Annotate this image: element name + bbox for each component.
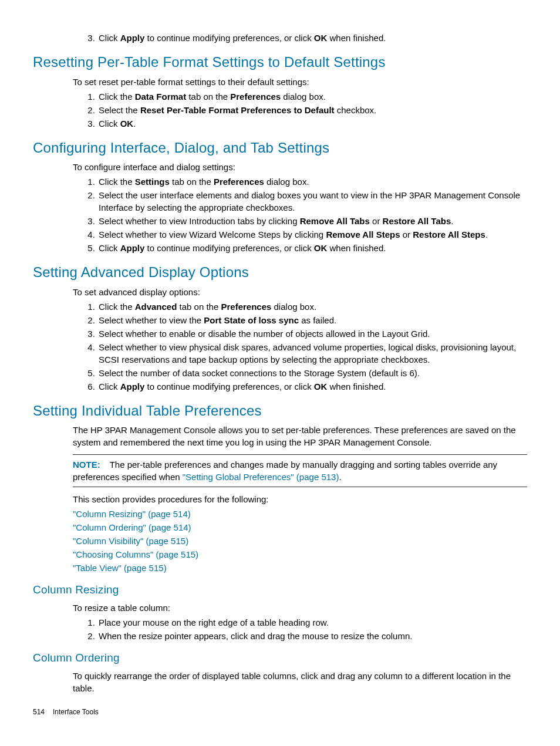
text: Click the	[99, 177, 135, 187]
page-number: 514	[33, 708, 45, 716]
bold: Remove All Tabs	[300, 216, 370, 226]
heading-advanced-display: Setting Advanced Display Options	[33, 262, 527, 282]
text: or	[370, 216, 383, 226]
text: Select whether to enable or disable the …	[99, 329, 430, 339]
text: Select whether to view physical disk spa…	[99, 342, 516, 364]
text: or	[400, 229, 413, 239]
list-item: Place your mouse on the right edge of a …	[97, 616, 527, 629]
text: Click	[99, 243, 120, 253]
bold: Preferences	[214, 177, 264, 187]
intro-text: To resize a table column:	[73, 602, 527, 614]
link-setting-global-prefs[interactable]: "Setting Global Preferences" (page 513)	[183, 472, 339, 482]
list-item: Select whether to enable or disable the …	[97, 328, 527, 340]
bold: Advanced	[135, 302, 177, 312]
bold: Preferences	[221, 302, 271, 312]
paragraph: This section provides procedures for the…	[73, 493, 527, 505]
bold: Preferences	[230, 92, 281, 102]
text: tab on the	[177, 302, 221, 312]
text: .	[485, 229, 488, 239]
section-body: To quickly rearrange the order of displa…	[73, 670, 527, 694]
text: to continue modifying preferences, or cl…	[144, 243, 313, 253]
text: dialog box.	[264, 177, 309, 187]
text: when finished.	[327, 33, 386, 43]
heading-individual-table-prefs: Setting Individual Table Preferences	[33, 401, 527, 421]
intro-text: To set advanced display options:	[73, 286, 527, 298]
section-body: To set advanced display options: Click t…	[73, 286, 527, 393]
page-footer: 514Interface Tools	[33, 707, 527, 717]
bold: Apply	[120, 33, 145, 43]
text: Click the	[99, 92, 135, 102]
link-column-resizing[interactable]: "Column Resizing" (page 514)	[73, 509, 191, 519]
link-table-view[interactable]: "Table View" (page 515)	[73, 563, 167, 573]
list-item: Select the number of data socket connect…	[97, 367, 527, 379]
text: Select the user interface elements and d…	[99, 190, 520, 212]
bold: Restore All Tabs	[383, 216, 451, 226]
text: Select whether to view Introduction tabs…	[99, 216, 300, 226]
list-item: Select whether to view Introduction tabs…	[97, 215, 527, 227]
paragraph: The HP 3PAR Management Console allows yo…	[73, 424, 527, 448]
bold: OK	[314, 243, 328, 253]
bold: Settings	[135, 177, 170, 187]
intro-text: To set reset per-table format settings t…	[73, 76, 527, 88]
section-body: To resize a table column: Place your mou…	[73, 602, 527, 642]
bold: Apply	[120, 382, 145, 391]
list-item: Click the Data Format tab on the Prefere…	[97, 90, 527, 103]
footer-title: Interface Tools	[53, 708, 99, 716]
list-item: When the resize pointer appears, click a…	[97, 630, 527, 642]
text: Select whether to view the	[99, 315, 204, 325]
list-item: Click the Advanced tab on the Preference…	[97, 301, 527, 313]
text: Click the	[99, 302, 135, 312]
list-item: Click Apply to continue modifying prefer…	[97, 380, 527, 393]
note-block: NOTE:The per-table preferences and chang…	[73, 454, 527, 487]
text: .	[133, 119, 136, 129]
heading-column-ordering: Column Ordering	[33, 650, 527, 666]
section-body: To set reset per-table format settings t…	[73, 76, 527, 130]
heading-configuring-interface: Configuring Interface, Dialog, and Tab S…	[33, 138, 527, 158]
text: Select the number of data socket connect…	[99, 368, 420, 378]
text: Select whether to view Wizard Welcome St…	[99, 229, 326, 239]
text: when finished.	[327, 382, 386, 391]
bold: Restore All Steps	[413, 229, 485, 239]
list-item: Click the Settings tab on the Preference…	[97, 175, 527, 188]
text: tab on the	[170, 177, 214, 187]
bold: Reset Per-Table Format Preferences to De…	[140, 105, 335, 115]
intro-text: To configure interface and dialog settin…	[73, 161, 527, 173]
list-item: Click Apply to continue modifying prefer…	[97, 32, 527, 44]
list-item: Select whether to view Wizard Welcome St…	[97, 228, 527, 241]
link-choosing-columns[interactable]: "Choosing Columns" (page 515)	[73, 549, 198, 559]
bold: Data Format	[135, 92, 187, 102]
bold: Port State of loss sync	[204, 315, 299, 325]
text: .	[451, 216, 453, 226]
note-label: NOTE:	[73, 460, 100, 470]
bold: OK	[314, 382, 328, 391]
list-item: Select the user interface elements and d…	[97, 189, 527, 214]
list-item: Click Apply to continue modifying prefer…	[97, 242, 527, 254]
list-item: Select whether to view the Port State of…	[97, 314, 527, 326]
paragraph: To quickly rearrange the order of displa…	[73, 670, 527, 694]
bold: OK	[314, 33, 328, 43]
bold: Apply	[120, 243, 145, 253]
list-item: Click OK.	[97, 117, 527, 130]
text: to continue modifying preferences, or cl…	[144, 33, 313, 43]
list-item: Select whether to view physical disk spa…	[97, 341, 527, 366]
text: dialog box.	[281, 92, 326, 102]
text: to continue modifying preferences, or cl…	[144, 382, 313, 391]
text: dialog box.	[271, 302, 316, 312]
link-column-ordering[interactable]: "Column Ordering" (page 514)	[73, 522, 191, 532]
text: Click	[99, 382, 120, 391]
text: as failed.	[299, 315, 336, 325]
text: checkbox.	[335, 105, 377, 115]
text: when finished.	[327, 243, 386, 253]
note-text: .	[339, 472, 341, 482]
heading-column-resizing: Column Resizing	[33, 582, 527, 598]
text: tab on the	[186, 92, 230, 102]
bold: OK	[120, 119, 134, 129]
text: Select the	[99, 105, 140, 115]
text: Click	[99, 119, 120, 129]
section-body: To configure interface and dialog settin…	[73, 161, 527, 254]
list-item: Select the Reset Per-Table Format Prefer…	[97, 104, 527, 116]
bold: Remove All Steps	[326, 229, 400, 239]
heading-resetting-per-table: Resetting Per-Table Format Settings to D…	[33, 52, 527, 72]
link-column-visibility[interactable]: "Column Visibility" (page 515)	[73, 536, 188, 546]
continuation-list: Click Apply to continue modifying prefer…	[73, 32, 527, 44]
